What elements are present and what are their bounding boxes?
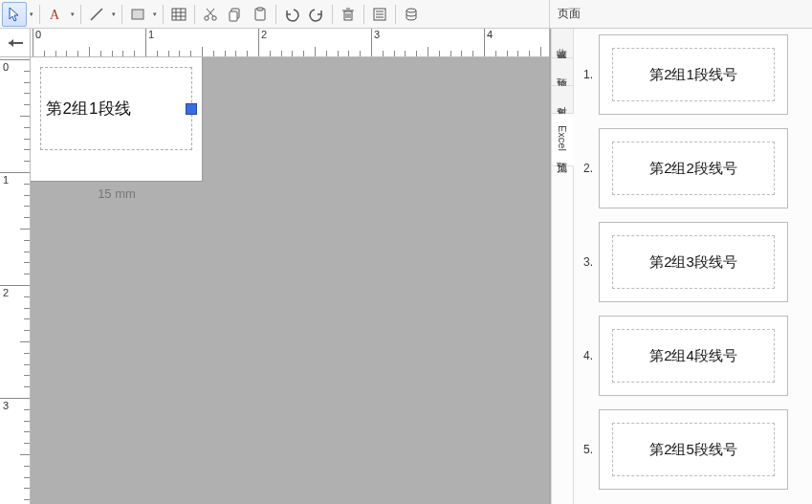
vertical-tabs: 收藏夹 预览 对象 Excel 预览 — [551, 29, 574, 504]
thumb-label: 第2组1段线号 — [612, 48, 775, 101]
svg-rect-15 — [257, 8, 263, 11]
text-tool[interactable]: A — [43, 2, 68, 27]
canvas[interactable]: 第2组1段线 15 mm — [31, 57, 549, 504]
thumb-card[interactable]: 第2组3段线号 — [599, 222, 788, 302]
paste-button[interactable] — [248, 2, 273, 27]
thumb-card[interactable]: 第2组5段线号 — [599, 409, 788, 490]
svg-text:A: A — [50, 8, 60, 22]
tab-favorites[interactable]: 收藏夹 — [552, 29, 573, 58]
tab-preview[interactable]: 预览 — [552, 58, 573, 86]
svg-line-11 — [207, 9, 213, 16]
thumb-number: 3. — [578, 255, 599, 269]
thumb-number: 1. — [578, 68, 599, 81]
thumb-row[interactable]: 4.第2组4段线号 — [578, 316, 808, 396]
thumb-label: 第2组5段线号 — [612, 423, 775, 476]
size-hint: 15 mm — [31, 186, 203, 201]
label-content-area[interactable]: 第2组1段线 — [40, 67, 192, 150]
database-button[interactable] — [399, 2, 424, 27]
tab-objects[interactable]: 对象 — [552, 86, 573, 114]
delete-button[interactable] — [336, 2, 361, 27]
label-card[interactable]: 第2组1段线 — [31, 57, 203, 182]
toolbar-left: ▾ A ▾ ▾ ▾ — [2, 2, 424, 27]
svg-rect-2 — [132, 10, 143, 19]
thumb-row[interactable]: 2.第2组2段线号 — [578, 128, 808, 208]
pointer-tool-caret[interactable]: ▾ — [27, 11, 36, 18]
text-tool-caret[interactable]: ▾ — [68, 11, 77, 18]
svg-line-1 — [91, 9, 102, 20]
table-tool[interactable] — [166, 2, 191, 27]
cut-button[interactable] — [198, 2, 223, 27]
tab-excel-preview[interactable]: Excel 预览 — [552, 114, 574, 166]
thumb-row[interactable]: 3.第2组3段线号 — [578, 222, 808, 302]
line-tool-caret[interactable]: ▾ — [109, 11, 119, 18]
thumb-label: 第2组4段线号 — [612, 329, 775, 383]
thumb-row[interactable]: 1.第2组1段线号 — [578, 34, 808, 115]
copy-button[interactable] — [223, 2, 248, 27]
panel-title: 页面 — [549, 0, 810, 28]
svg-rect-13 — [230, 11, 237, 21]
properties-button[interactable] — [367, 2, 392, 27]
horizontal-ruler[interactable]: 01234 — [31, 29, 549, 57]
thumb-number: 5. — [578, 443, 599, 456]
shape-tool-caret[interactable]: ▾ — [150, 11, 160, 18]
line-tool[interactable] — [84, 2, 109, 27]
thumb-label: 第2组3段线号 — [612, 235, 775, 289]
label-text-object[interactable]: 第2组1段线 — [46, 98, 132, 120]
redo-button[interactable] — [304, 2, 329, 27]
thumb-card[interactable]: 第2组1段线号 — [599, 34, 788, 115]
resize-handle[interactable] — [186, 103, 197, 115]
editor: 01234 0123 第2组1段线 15 mm — [0, 29, 551, 504]
vertical-ruler[interactable]: 0123 — [0, 57, 31, 504]
side-panel: 收藏夹 预览 对象 Excel 预览 1.第2组1段线号2.第2组2段线号3.第… — [551, 29, 812, 504]
svg-point-26 — [406, 9, 416, 12]
thumb-card[interactable]: 第2组4段线号 — [599, 316, 788, 396]
svg-rect-3 — [172, 9, 186, 20]
svg-point-9 — [212, 15, 216, 19]
thumb-row[interactable]: 5.第2组5段线号 — [578, 409, 808, 490]
thumb-label: 第2组2段线号 — [612, 142, 775, 195]
undo-button[interactable] — [279, 2, 304, 27]
thumbnail-list[interactable]: 1.第2组1段线号2.第2组2段线号3.第2组3段线号4.第2组4段线号5.第2… — [574, 29, 812, 504]
svg-line-10 — [208, 9, 214, 16]
svg-point-8 — [205, 15, 208, 19]
thumb-number: 4. — [578, 349, 599, 362]
thumb-number: 2. — [578, 162, 599, 175]
toolbar: ▾ A ▾ ▾ ▾ — [0, 0, 812, 29]
thumb-card[interactable]: 第2组2段线号 — [599, 128, 788, 208]
ruler-origin-button[interactable] — [0, 29, 31, 57]
pointer-tool[interactable] — [2, 2, 27, 27]
main-area: 01234 0123 第2组1段线 15 mm 收藏夹 预览 对象 Excel … — [0, 29, 812, 504]
shape-tool[interactable] — [125, 2, 150, 27]
